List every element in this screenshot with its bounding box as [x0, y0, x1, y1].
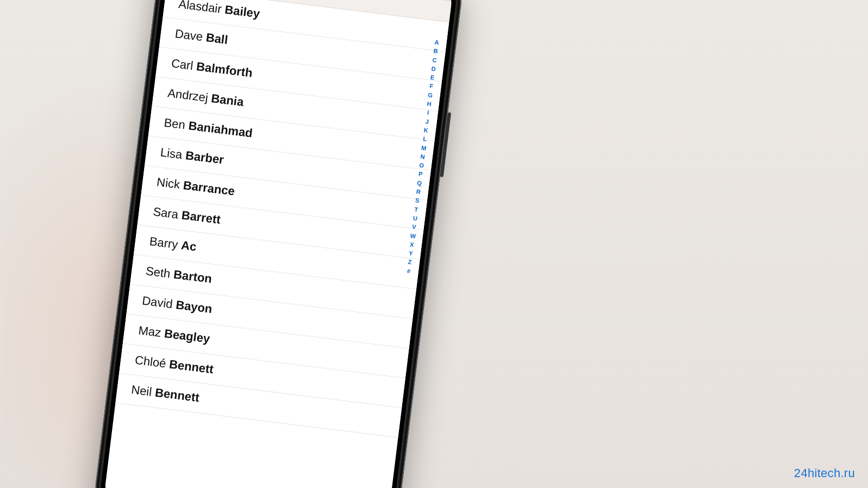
contact-last-name: Barton: [173, 267, 213, 285]
contact-first-name: Andrzej: [167, 86, 209, 104]
index-letter[interactable]: W: [410, 232, 416, 240]
index-letter[interactable]: R: [416, 187, 421, 196]
contact-first-name: Sara: [152, 205, 179, 221]
contact-first-name: Nick: [156, 175, 181, 191]
index-letter[interactable]: T: [414, 205, 419, 214]
index-letter[interactable]: H: [427, 100, 432, 108]
contact-last-name: Barrett: [181, 208, 222, 227]
contact-first-name: Barry: [149, 234, 179, 251]
index-letter[interactable]: E: [430, 73, 435, 82]
contact-first-name: Lisa: [160, 145, 183, 161]
contact-first-name: Seth: [145, 264, 171, 280]
index-letter[interactable]: K: [423, 126, 429, 134]
contact-first-name: Alasdair: [178, 0, 222, 16]
index-letter[interactable]: S: [415, 197, 420, 205]
contact-last-name: Ball: [205, 30, 229, 47]
index-letter[interactable]: B: [433, 47, 439, 55]
index-letter[interactable]: M: [421, 143, 427, 152]
contact-first-name: David: [141, 293, 173, 311]
contact-last-name: Balmforth: [196, 59, 253, 79]
contact-last-name: Barrance: [183, 178, 236, 198]
index-letter[interactable]: Y: [408, 249, 413, 258]
index-letter[interactable]: I: [427, 109, 429, 117]
index-letter[interactable]: Z: [408, 258, 412, 266]
iphone-device: A B Alasdair Bailey Dave Ball Carl Balmf…: [91, 0, 465, 488]
index-letter[interactable]: D: [431, 65, 436, 73]
index-letter[interactable]: F: [429, 82, 433, 90]
index-letter[interactable]: V: [411, 223, 416, 231]
scene-background: A B Alasdair Bailey Dave Ball Carl Balmf…: [0, 0, 868, 488]
index-letter[interactable]: J: [425, 117, 429, 126]
index-letter[interactable]: O: [419, 161, 424, 170]
contact-last-name: Barber: [185, 148, 224, 166]
index-letter[interactable]: #: [407, 267, 411, 275]
index-letter[interactable]: N: [420, 153, 426, 161]
index-letter[interactable]: G: [428, 91, 433, 99]
index-letter[interactable]: X: [409, 240, 414, 248]
index-letter[interactable]: A: [434, 38, 440, 46]
contact-last-name: Beagley: [164, 327, 211, 346]
watermark: 24hitech.ru: [794, 466, 855, 480]
index-letter[interactable]: L: [423, 135, 427, 143]
index-letter[interactable]: U: [413, 214, 418, 222]
index-letter[interactable]: C: [432, 56, 438, 64]
contact-first-name: Dave: [174, 27, 204, 43]
contact-last-name: Bayon: [175, 298, 213, 316]
contact-first-name: Neil: [130, 383, 153, 398]
contact-first-name: Chloé: [134, 353, 167, 371]
contact-last-name: Bennett: [168, 357, 214, 376]
contact-first-name: Carl: [171, 57, 194, 73]
index-letter[interactable]: Q: [417, 179, 422, 187]
contact-last-name: Bania: [210, 91, 245, 109]
contact-last-name: Baniahmad: [188, 118, 253, 140]
contact-first-name: Maz: [138, 323, 161, 340]
contact-last-name: Ac: [180, 238, 197, 253]
phone-body: A B Alasdair Bailey Dave Ball Carl Balmf…: [91, 0, 465, 488]
contact-last-name: Bailey: [224, 3, 260, 21]
contact-last-name: Bennett: [154, 386, 200, 405]
contact-first-name: Ben: [163, 116, 186, 132]
index-letter[interactable]: P: [418, 170, 423, 178]
